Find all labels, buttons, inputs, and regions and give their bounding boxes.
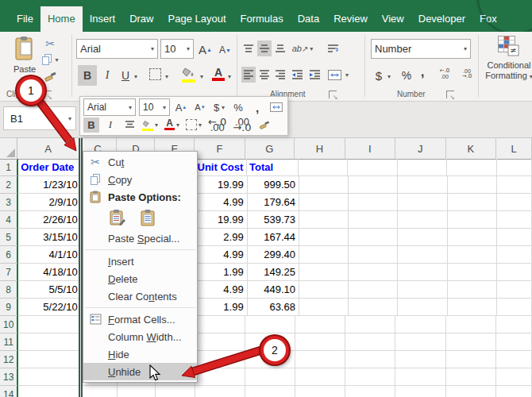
cell-G5[interactable]: 167.44: [248, 229, 299, 246]
cell-K2[interactable]: [448, 176, 497, 194]
tab-insert[interactable]: Insert: [83, 6, 123, 32]
cell-H5[interactable]: [299, 229, 349, 246]
decrease-indent-button[interactable]: [289, 67, 305, 83]
cell-H4[interactable]: [299, 211, 349, 229]
row-header-9[interactable]: 9: [0, 299, 18, 316]
column-header-H[interactable]: H: [295, 138, 345, 160]
column-header-L[interactable]: L: [496, 138, 532, 160]
cell-K12[interactable]: [446, 351, 496, 368]
cell-J3[interactable]: [398, 194, 447, 211]
cell-K5[interactable]: [448, 229, 497, 246]
cell-J11[interactable]: [395, 333, 445, 351]
conditional-formatting-button[interactable]: ≠ Conditional Formatting ▾: [481, 35, 532, 82]
cell-K3[interactable]: [448, 194, 497, 211]
accounting-format-dropdown[interactable]: ▾: [387, 73, 391, 80]
cell-A14[interactable]: [18, 386, 79, 397]
cell-K4[interactable]: [448, 211, 497, 229]
column-header-J[interactable]: J: [395, 138, 445, 160]
cell-F14[interactable]: [195, 386, 245, 397]
cell-F6[interactable]: 4.99: [195, 246, 247, 264]
mini-align-center-button[interactable]: [121, 118, 137, 133]
wrap-text-button[interactable]: [324, 40, 341, 56]
cell-K10[interactable]: [446, 316, 496, 333]
cell-L5[interactable]: [497, 229, 532, 246]
row-header-2[interactable]: 2: [0, 176, 18, 194]
cell-J10[interactable]: [395, 316, 445, 333]
menu-item-clear-contents[interactable]: Clear Contents: [83, 287, 197, 305]
underline-button[interactable]: U: [117, 65, 134, 86]
number-format-combo[interactable]: Number▾: [371, 39, 471, 59]
cell-L7[interactable]: [497, 264, 532, 281]
top-align-button[interactable]: [241, 40, 256, 56]
italic-button[interactable]: I: [100, 65, 114, 86]
merge-center-dropdown[interactable]: ▾: [345, 71, 349, 79]
column-header-A[interactable]: A: [17, 138, 79, 160]
cell-H7[interactable]: [299, 264, 349, 281]
column-header-G[interactable]: G: [245, 138, 295, 160]
mini-bold-button[interactable]: B: [83, 118, 99, 133]
cell-I14[interactable]: [345, 386, 395, 397]
mini-merge-center-button[interactable]: [268, 100, 284, 115]
font-color-dropdown[interactable]: ▾: [228, 73, 231, 80]
cell-G8[interactable]: 449.10: [248, 281, 299, 299]
row-header-11[interactable]: 11: [0, 333, 18, 351]
mini-decrease-font-button[interactable]: A▼: [192, 100, 208, 115]
mini-comma-button[interactable]: ,: [249, 100, 265, 115]
row-header-4[interactable]: 4: [0, 211, 18, 229]
cell-L1[interactable]: [497, 159, 532, 176]
cell-F13[interactable]: [195, 368, 245, 386]
merge-center-button[interactable]: [326, 67, 343, 83]
cell-A9[interactable]: 5/22/10: [18, 299, 82, 316]
font-name-combo[interactable]: Arial▾: [76, 39, 158, 59]
menu-item-unhide[interactable]: Unhide: [83, 363, 197, 380]
cell-F9[interactable]: 1.99: [195, 299, 247, 316]
copy-button[interactable]: ▾: [41, 52, 59, 67]
cell-F4[interactable]: 19.99: [195, 211, 247, 229]
menu-item-paste-special[interactable]: Paste Special...: [83, 229, 197, 247]
cell-H3[interactable]: [299, 194, 349, 211]
cell-F5[interactable]: 2.99: [195, 229, 247, 246]
cell-J1[interactable]: [398, 159, 448, 176]
cell-J4[interactable]: [398, 211, 447, 229]
cell-G2[interactable]: 999.50: [248, 176, 299, 194]
cell-G10[interactable]: [245, 316, 295, 333]
cell-K7[interactable]: [448, 264, 497, 281]
percent-style-button[interactable]: %: [399, 67, 414, 84]
row-header-13[interactable]: 13: [0, 368, 18, 386]
cell-C14[interactable]: [79, 386, 118, 397]
cell-L4[interactable]: [497, 211, 532, 229]
mini-font-color-button[interactable]: A▾: [163, 118, 181, 133]
cell-F11[interactable]: [195, 333, 245, 351]
cell-A7[interactable]: 4/18/10: [18, 264, 82, 281]
bold-button[interactable]: B: [78, 65, 97, 86]
cell-K14[interactable]: [446, 386, 496, 397]
row-header-10[interactable]: 10: [0, 316, 18, 333]
mini-format-painter-button[interactable]: [256, 118, 272, 133]
cell-G14[interactable]: [245, 386, 295, 397]
cell-H11[interactable]: [295, 333, 345, 351]
cell-I8[interactable]: [349, 281, 398, 299]
underline-dropdown[interactable]: ▾: [134, 73, 137, 80]
cell-I4[interactable]: [349, 211, 398, 229]
mini-italic-button[interactable]: I: [102, 118, 118, 133]
menu-item-delete[interactable]: Delete: [83, 270, 197, 287]
cell-I13[interactable]: [345, 368, 395, 386]
name-box[interactable]: B1 ▾: [3, 106, 76, 130]
cell-I3[interactable]: [349, 194, 398, 211]
cell-I7[interactable]: [349, 264, 398, 281]
menu-item-hide[interactable]: Hide: [83, 345, 197, 363]
tab-review[interactable]: Review: [326, 6, 375, 32]
cell-H10[interactable]: [295, 316, 345, 333]
cell-A13[interactable]: [18, 368, 79, 386]
row-header-3[interactable]: 3: [0, 194, 18, 211]
increase-decimal-button[interactable]: ←.0.00: [435, 68, 454, 79]
tab-file[interactable]: File: [10, 6, 40, 32]
column-header-I[interactable]: I: [345, 138, 395, 160]
menu-item-column-width[interactable]: Column Width...: [83, 328, 197, 345]
cell-A8[interactable]: 5/5/10: [18, 281, 82, 299]
cell-G3[interactable]: 179.64: [248, 194, 299, 211]
cell-G13[interactable]: [245, 368, 295, 386]
cell-L12[interactable]: [496, 351, 532, 368]
menu-item-format-cells[interactable]: Format Cells...: [83, 310, 197, 328]
decrease-font-button[interactable]: A▼: [216, 42, 234, 58]
